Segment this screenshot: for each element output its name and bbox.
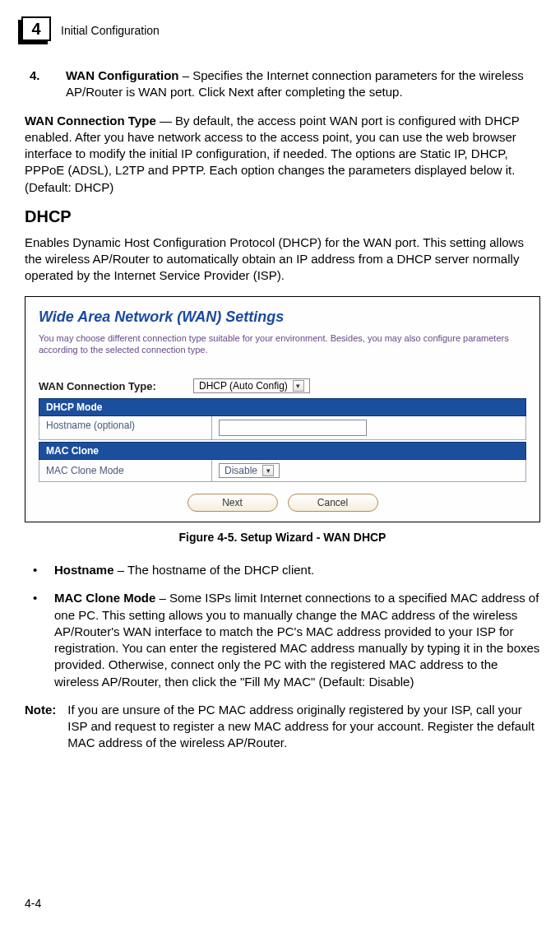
page-header: 4 Initial Configuration xyxy=(25,16,540,44)
figure-title: Wide Area Network (WAN) Settings xyxy=(39,309,526,326)
dhcp-heading: DHCP xyxy=(25,207,540,226)
note-text: If you are unsure of the PC MAC address … xyxy=(67,702,540,752)
chapter-title: Initial Configuration xyxy=(61,24,160,37)
macclone-bullet: • MAC Clone Mode – Some ISPs limit Inter… xyxy=(25,590,540,690)
step-4-paragraph: 4. WAN Configuration – Specifies the Int… xyxy=(25,67,540,101)
macclone-bullet-text: – Some ISPs limit Internet connections t… xyxy=(54,591,539,688)
wan-type-paragraph: WAN Connection Type — By default, the ac… xyxy=(25,113,540,196)
hostname-input[interactable] xyxy=(219,420,367,436)
macclone-bullet-bold: MAC Clone Mode xyxy=(54,591,155,605)
macclone-select[interactable]: Disable ▾ xyxy=(219,463,280,478)
hostname-bullet-text: – The hostname of the DHCP client. xyxy=(114,563,315,577)
mac-clone-bar: MAC Clone xyxy=(39,442,526,460)
figure-subtitle: You may choose different connection type… xyxy=(39,332,526,356)
wan-connection-select[interactable]: DHCP (Auto Config) ▾ xyxy=(193,378,310,393)
cancel-button[interactable]: Cancel xyxy=(288,494,378,512)
hostname-label: Hostname (optional) xyxy=(39,416,212,439)
bullet-icon: • xyxy=(33,562,37,578)
hostname-row: Hostname (optional) xyxy=(39,416,526,440)
macclone-cell: Disable ▾ xyxy=(212,460,525,481)
dhcp-paragraph: Enables Dynamic Host Configuration Proto… xyxy=(25,234,540,285)
bullet-icon: • xyxy=(33,590,37,606)
wan-connection-value: DHCP (Auto Config) xyxy=(199,380,288,392)
figure-wan-settings: Wide Area Network (WAN) Settings You may… xyxy=(25,296,540,523)
wan-connection-label: WAN Connection Type: xyxy=(39,380,178,392)
next-button[interactable]: Next xyxy=(187,494,278,512)
wan-connection-row: WAN Connection Type: DHCP (Auto Config) … xyxy=(39,378,526,393)
wan-type-bold: WAN Connection Type xyxy=(25,114,156,128)
page-number: 4-4 xyxy=(25,897,41,910)
macclone-row: MAC Clone Mode Disable ▾ xyxy=(39,460,526,482)
chevron-down-icon: ▾ xyxy=(293,380,304,392)
macclone-label: MAC Clone Mode xyxy=(39,460,212,481)
step-bold: WAN Configuration xyxy=(66,68,178,82)
figure-button-row: Next Cancel xyxy=(39,494,526,512)
step-number: 4. xyxy=(30,67,40,84)
figure-caption: Figure 4-5. Setup Wizard - WAN DHCP xyxy=(25,531,540,544)
dhcp-mode-bar: DHCP Mode xyxy=(39,398,526,416)
note-block: Note: If you are unsure of the PC MAC ad… xyxy=(25,702,540,752)
chevron-down-icon: ▾ xyxy=(262,465,274,476)
hostname-bullet: • Hostname – The hostname of the DHCP cl… xyxy=(25,562,540,578)
chapter-number-box: 4 xyxy=(21,16,51,41)
macclone-value: Disable xyxy=(224,465,257,476)
hostname-cell xyxy=(212,416,525,439)
hostname-bullet-bold: Hostname xyxy=(54,563,114,577)
note-label: Note: xyxy=(25,702,56,752)
